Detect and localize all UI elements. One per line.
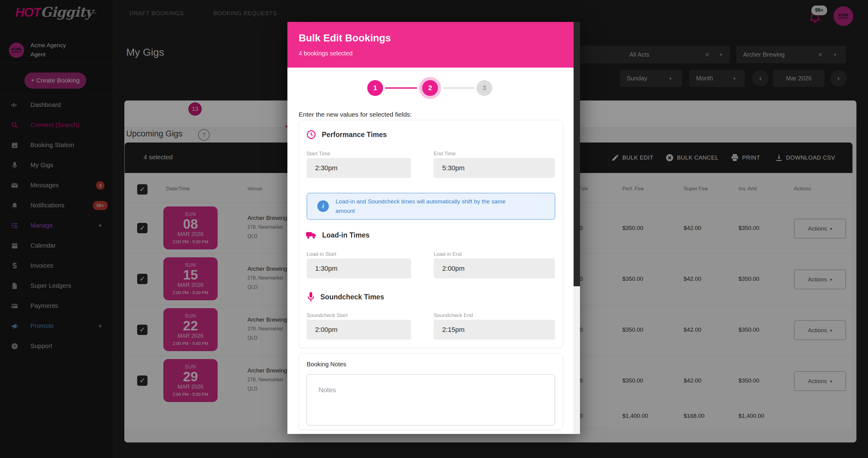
modal-scrollbar-track (574, 22, 580, 434)
step-connector-inactive (443, 88, 474, 89)
loadin-times-heading: Load-in Times (306, 231, 370, 240)
start-time-label: Start Time (307, 151, 330, 157)
clock-icon (306, 129, 316, 140)
booking-notes-textarea[interactable] (307, 374, 555, 425)
end-time-input[interactable]: 5:30pm (434, 158, 555, 178)
performance-times-heading: Performance Times (306, 129, 387, 140)
soundcheck-start-input[interactable]: 2:00pm (307, 320, 411, 339)
step-3-indicator: 3 (476, 80, 492, 96)
info-note-line1: Load-in and Soundcheck times will automa… (336, 198, 506, 205)
section-heading-label: Load-in Times (322, 231, 370, 239)
loadin-start-label: Load-in Start (307, 251, 336, 257)
modal-scrollbar-thumb[interactable] (574, 286, 580, 434)
section-heading-label: Performance Times (322, 131, 387, 139)
loadin-end-input[interactable]: 2:00pm (434, 259, 555, 278)
info-note-text: Load-in and Soundcheck times will automa… (336, 197, 543, 216)
soundcheck-end-value: 2:15pm (442, 326, 464, 334)
modal-body: Bulk Edit Bookings 4 bookings selected 1… (287, 22, 574, 434)
info-note-line2: amount (336, 208, 355, 214)
app-root: HOTGiggity™ ACME AGENCY Acme Agency Agen… (0, 0, 868, 458)
loadin-end-label: Load-in End (434, 251, 462, 257)
bulk-edit-modal: Bulk Edit Bookings 4 bookings selected 1… (287, 22, 580, 434)
modal-instruction: Enter the new values for selected fields… (299, 111, 412, 118)
info-icon: i (317, 200, 329, 212)
soundcheck-end-label: Soundcheck End (434, 313, 473, 319)
section-heading-label: Soundcheck Times (320, 293, 384, 301)
start-time-input[interactable]: 2:30pm (307, 158, 411, 178)
modal-title: Bulk Edit Bookings (299, 32, 391, 44)
modal-subtitle: 4 bookings selected (299, 50, 352, 57)
soundcheck-end-input[interactable]: 2:15pm (434, 320, 555, 339)
loadin-start-input[interactable]: 1:30pm (307, 259, 411, 278)
microphone-icon (307, 291, 315, 302)
soundcheck-start-value: 2:00pm (315, 326, 337, 334)
end-time-value: 5:30pm (442, 164, 464, 172)
loadin-start-value: 1:30pm (315, 265, 337, 272)
end-time-label: End Time (434, 151, 456, 157)
loadin-end-value: 2:00pm (442, 265, 464, 272)
booking-notes-card: Booking Notes (299, 353, 563, 430)
soundcheck-start-label: Soundcheck Start (307, 313, 347, 319)
step-2-indicator: 2 (422, 80, 438, 96)
modal-header: Bulk Edit Bookings 4 bookings selected (287, 22, 574, 68)
times-card: Performance Times Start Time End Time 2:… (299, 120, 563, 348)
booking-notes-heading: Booking Notes (307, 361, 346, 368)
soundcheck-times-heading: Soundcheck Times (307, 291, 384, 302)
step-1-indicator: 1 (367, 80, 383, 96)
shift-info-note: i Load-in and Soundcheck times will auto… (307, 193, 555, 220)
step-connector-active (385, 88, 417, 89)
start-time-value: 2:30pm (315, 164, 337, 172)
truck-icon (306, 231, 317, 240)
